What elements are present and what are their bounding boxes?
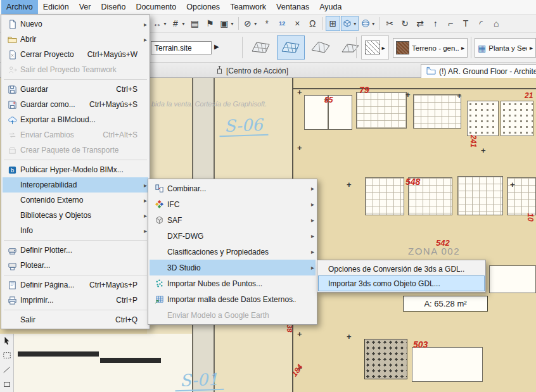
menu-item-interoperabilidad[interactable]: Interoperabilidad▸ [3,177,148,193]
menu-item-guardar-como[interactable]: Guardar como...Ctrl+Mayús+S [3,97,148,112]
menu-item-abrir[interactable]: Abrir▸ [3,32,148,47]
magic-wand-button[interactable]: * [260,16,274,31]
plot-icon [4,261,20,270]
menu-item-3d-studio[interactable]: 3D Studio▸ [150,260,316,275]
tab-folder-icon [426,66,436,77]
mark-up-button[interactable]: ⚑ [203,16,217,31]
stretch-button[interactable]: T [459,16,473,31]
menubar-item-teamwork[interactable]: Teamwork [225,0,271,14]
menubar-item-ayuda[interactable]: Ayuda [314,0,347,14]
menu-item-nuevo[interactable]: Nuevo▸ [3,16,148,32]
menu-item-salir[interactable]: SalirCtrl+Q [3,312,148,327]
menu-item-plotear[interactable]: Plotear... [3,258,148,273]
save-icon [4,85,20,94]
menu-item-label: Interoperabilidad [20,180,129,189]
menu-item-importar-3ds-como-objeto-gdl[interactable]: Importar 3ds como Objeto GDL... [319,276,484,291]
menu-item-clasificaciones-y-propiedades[interactable]: Clasificaciones y Propiedades▸ [150,244,316,260]
menu-item-guardar[interactable]: GuardarCtrl+S [3,82,148,97]
plan-booth [413,94,461,129]
menu-item-importar-nubes-de-puntos[interactable]: Importar Nubes de Puntos... [150,275,316,291]
menu-item-combinar[interactable]: Combinar...▸ [150,180,316,196]
menu-item-definir-p-gina[interactable]: Definir Página...Ctrl+Mayús+P [3,277,148,293]
mesh-3-icon [310,39,331,56]
rotate-button[interactable]: ↻ [398,16,412,31]
menu-item-crear-paquete-de-transporte[interactable]: Crear Paquete de Transporte [3,142,148,158]
fill-pattern-button[interactable]: ▸ [361,35,389,60]
menu-item-enviar-cambios[interactable]: Enviar CambiosCtrl+Alt+S [3,127,148,142]
plan-wall [100,358,161,363]
mesh-tool-2-button[interactable] [277,35,305,60]
menu-item-label: Nuevo [20,20,129,28]
line-tool-button[interactable] [1,365,13,376]
menu-item-definir-plotter[interactable]: Definir Plotter... [3,243,148,258]
dropdown-caret-icon: ▼ [253,22,258,26]
menu-item-imprimir[interactable]: Imprimir...Ctrl+P [3,293,148,308]
menu-item-info[interactable]: Info▸ [3,223,148,238]
layers-button[interactable]: ▤ [188,16,202,31]
menubar-item-edici-n[interactable]: Edición [38,0,74,14]
menubar-item-archivo[interactable]: Archivo [1,0,38,14]
menu-item-label: Guardar [20,85,107,94]
menu-item-importar-malla-desde-datos-externos[interactable]: Importar malla desde Datos Externos... [150,291,316,307]
box-tool-button[interactable] [1,379,13,391]
mesh-tool-3-button[interactable] [307,35,335,60]
zone-area-box: A: 65.28 m² [403,296,488,312]
menu-item-cerrar-proyecto[interactable]: Cerrar ProyectoCtrl+Mayús+W [3,47,148,62]
cursor-snap-button[interactable]: ▼ [341,16,359,31]
menu-item-bibliotecas-y-objetos[interactable]: Bibliotecas y Objetos▸ [3,208,148,223]
new-doc-icon [4,20,20,29]
suspend-groups-button[interactable]: ⊘▼ [241,16,259,31]
menu-item-publicar-hyper-modelo-bimx[interactable]: bPublicar Hyper-Modelo BIMx... [3,162,148,177]
menu-item-saf[interactable]: SAF▸ [150,212,316,228]
marquee-tool-button[interactable] [1,350,13,362]
menubar-item-opciones[interactable]: Opciones [181,0,225,14]
mesh-tool-4-button[interactable] [336,35,364,60]
menu-item-enviar-modelo-a-google-earth[interactable]: Enviar Modelo a Google Earth [150,307,316,323]
menu-item-opciones-de-conversi-n-de-3ds-a-gdl[interactable]: Opciones de Conversión de 3ds a GDL... [319,262,484,276]
menu-item-contenido-externo[interactable]: Contenido Externo▸ [3,193,148,208]
menu-item-label: Importar malla desde Datos Externos... [167,295,296,304]
guide-lines-button[interactable]: ▼ [359,16,377,31]
fillet-button[interactable]: ◜ [474,16,488,31]
view-settings-combo[interactable]: ▦ Planta y Secci... ▸ [475,38,536,58]
home-story-button[interactable]: ⌂ [489,16,504,31]
gravity-button[interactable]: Ω [305,16,320,31]
trim-button[interactable]: ⌐ [443,16,458,31]
plan-label-10: 10 [526,213,534,221]
terrain-flyout-icon[interactable]: ▶ [214,43,219,50]
survey-cross: + [297,144,302,152]
mesh-tool-1-button[interactable] [247,35,275,60]
action-center[interactable]: [Centro de Acción] [216,65,288,76]
plan-booth [364,339,407,379]
menu-item-ifc[interactable]: IFC▸ [150,196,316,212]
menu-item-shortcut: Ctrl+Alt+S [103,130,137,139]
elevate-button[interactable]: ↑ [428,16,443,31]
close-window-button[interactable]: × [290,16,305,31]
submenu-arrow-icon: ▸ [139,212,147,219]
menu-item-label: Combinar... [167,184,296,193]
menu-item-label: SAF [167,216,296,225]
plan-booth [457,176,503,215]
arrow-tool-button[interactable] [1,336,13,347]
mirror-icon: ⇄ [415,18,425,28]
view-frame-button[interactable]: ▣▼ [218,16,236,31]
surface-material-combo[interactable]: Terreno - gen... ▸ [393,38,468,58]
menubar-item-documento[interactable]: Documento [131,0,181,14]
menu-item-dxf-dwg[interactable]: DXF-DWG▸ [150,228,316,244]
split-button[interactable]: ✂ [383,16,397,31]
menubar-item-dise-o[interactable]: Diseño [96,0,131,14]
terrain-field[interactable]: Terrain.site [151,41,212,54]
tab-ground-floor[interactable]: (!) AR. Ground Floor - Architec [421,64,536,78]
grid-display-button[interactable]: #▼ [169,16,187,31]
dimension-style-button[interactable]: ↔▼ [151,16,169,31]
menu-item-salir-del-proyecto-teamwork[interactable]: Salir del Proyecto Teamwork [3,62,148,77]
mirror-button[interactable]: ⇄ [413,16,428,31]
action-center-label: [Centro de Acción] [226,66,288,75]
menubar-item-ventanas[interactable]: Ventanas [271,0,314,14]
menubar-item-ver[interactable]: Ver [74,0,96,14]
menu-separator [4,79,147,80]
grid-snap-button[interactable]: ⊞ [326,16,340,31]
coordinates-button[interactable]: 12 [275,16,290,31]
menu-item-exportar-a-bimcloud[interactable]: Exportar a BIMcloud... [3,112,148,127]
dimension-style-icon: ↔ [152,18,162,28]
